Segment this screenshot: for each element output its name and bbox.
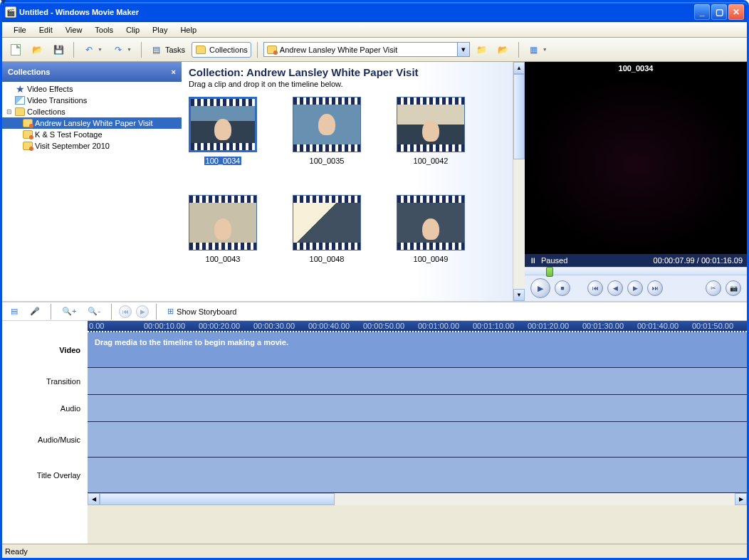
track-audio[interactable] [88,395,747,422]
clip-100-0048[interactable]: 100_0048 [293,195,361,263]
scroll-up-icon[interactable]: ▲ [513,62,525,74]
folder-up-icon: 📁 [476,44,488,56]
scroll-thumb[interactable] [513,74,525,159]
tasks-button[interactable]: ▤Tasks [147,42,189,58]
zoom-out-icon: 🔍- [88,307,100,316]
save-icon: 💾 [53,44,64,56]
track-transition[interactable] [88,368,747,395]
timeline-levels-button[interactable]: ▤ [6,304,22,319]
menu-edit[interactable]: Edit [33,24,58,36]
app-window: 🎬 Untitled - Windows Movie Maker _ ▢ ✕ F… [0,0,749,560]
tree-item-visit-sept[interactable]: Visit September 2010 [2,140,182,152]
clip-100-0049[interactable]: 100_0049 [397,195,465,263]
clip-label: 100_0034 [204,157,242,165]
menu-file[interactable]: File [8,24,32,36]
collections-pane-header: Collections × [2,62,182,82]
hscroll-thumb[interactable] [100,493,335,505]
open-button[interactable]: 📂 [28,42,46,58]
location-dropdown[interactable]: Andrew Lansley White Paper Visit ▾ [263,42,470,57]
new-folder-button[interactable]: 📂 [494,42,513,58]
collections-button[interactable]: Collections [192,42,251,58]
show-storyboard-button[interactable]: ⊞Show Storyboard [164,304,240,319]
track-label-transition: Transition [2,368,88,395]
snapshot-button[interactable]: 📷 [726,280,741,296]
collections-pane: Collections × ★Video Effects Video Trans… [2,62,182,301]
tree-item-ks-test[interactable]: K & S Test Footage [2,129,182,140]
preview-time: 00:00:07.99 / 00:01:16.09 [654,256,743,265]
views-button[interactable]: ▦▼ [525,42,551,58]
folder-icon [14,107,26,117]
collections-tree: ★Video Effects Video Transitions ⊟Collec… [2,82,182,153]
mic-icon: 🎤 [30,307,40,316]
scroll-down-icon[interactable]: ▼ [513,289,525,301]
prev-button[interactable]: ⏮ [587,280,603,296]
preview-statusbar: ⏸ Paused 00:00:07.99 / 00:01:16.09 [525,254,747,267]
clip-100-0034[interactable]: 100_0034 [189,97,257,165]
app-icon: 🎬 [5,6,16,18]
clip-label: 100_0043 [206,255,241,263]
preview-controls: ▶ ■ ⏮ ◀ ▶ ⏭ ✂ 📷 [525,275,747,301]
menu-tools[interactable]: Tools [89,24,119,36]
menu-play[interactable]: Play [147,24,173,36]
dropdown-arrow-icon[interactable]: ▾ [457,43,469,56]
status-text: Ready [5,547,28,556]
menu-view[interactable]: View [60,24,88,36]
menu-clip[interactable]: Clip [120,24,145,36]
zoom-in-icon: 🔍+ [62,307,76,316]
split-button[interactable]: ✂ [706,280,721,296]
up-button[interactable]: 📁 [473,42,491,58]
scroll-track[interactable] [513,159,525,289]
clip-100-0035[interactable]: 100_0035 [293,97,361,165]
clip-100-0042[interactable]: 100_0042 [397,97,465,165]
menu-help[interactable]: Help [174,24,202,36]
tree-collections-root[interactable]: ⊟Collections [2,106,182,117]
track-audio-music[interactable] [88,422,747,458]
track-label-audio: Audio [2,395,88,422]
rewind-button[interactable]: ⏮ [119,305,132,318]
undo-button[interactable]: ↶▼ [80,42,106,58]
collection-heading: Collection: Andrew Lansley White Paper V… [189,66,503,78]
tl-play-button[interactable]: ▶ [136,305,149,318]
minimize-button[interactable]: _ [694,4,710,20]
separator [73,42,74,58]
timeline-ruler[interactable]: 0.0000:00:10.0000:00:20.0000:00:30.0000:… [88,321,747,332]
collections-icon [195,44,206,56]
maximize-button[interactable]: ▢ [711,4,727,20]
play-button[interactable]: ▶ [530,278,550,298]
zoom-in-button[interactable]: 🔍+ [58,304,80,319]
timeline-hint: Drag media to the timeline to begin maki… [88,332,747,352]
separator [111,304,112,319]
separator [257,42,258,58]
preview-video[interactable] [525,75,747,254]
tree-item-andrew-lansley[interactable]: Andrew Lansley White Paper Visit [2,117,182,129]
collapse-icon[interactable]: ⊟ [5,108,13,115]
save-button[interactable]: 💾 [49,42,68,58]
preview-seekbar[interactable] [525,267,747,275]
narrate-button[interactable]: 🎤 [26,304,43,319]
track-video[interactable]: Drag media to the timeline to begin maki… [88,332,747,368]
timeline-hscrollbar[interactable]: ◀ ▶ [88,493,747,505]
next-button[interactable]: ⏭ [647,280,663,296]
scroll-left-icon[interactable]: ◀ [88,493,100,505]
tree-video-transitions[interactable]: Video Transitions [2,95,182,106]
clip-100-0043[interactable]: 100_0043 [189,195,257,263]
separator [518,42,519,58]
stop-button[interactable]: ■ [555,280,570,296]
step-fwd-button[interactable]: ▶ [627,280,643,296]
titlebar[interactable]: 🎬 Untitled - Windows Movie Maker _ ▢ ✕ [2,2,747,22]
clip-label: 100_0048 [310,255,345,263]
scroll-right-icon[interactable]: ▶ [735,493,747,505]
timeline-toolbar: ▤ 🎤 🔍+ 🔍- ⏮ ▶ ⊞Show Storyboard [2,302,747,321]
zoom-out-button[interactable]: 🔍- [84,304,104,319]
close-button[interactable]: ✕ [728,4,744,20]
tree-video-effects[interactable]: ★Video Effects [2,83,182,95]
collection-scrollbar[interactable]: ▲ ▼ [513,62,525,301]
reel-icon [22,130,33,139]
reel-icon [22,141,33,151]
new-button[interactable] [6,42,25,58]
redo-button[interactable]: ↷▼ [109,42,135,58]
seek-handle[interactable] [546,267,553,277]
pane-close-button[interactable]: × [172,68,176,76]
step-back-button[interactable]: ◀ [607,280,623,296]
track-title-overlay[interactable] [88,458,747,493]
